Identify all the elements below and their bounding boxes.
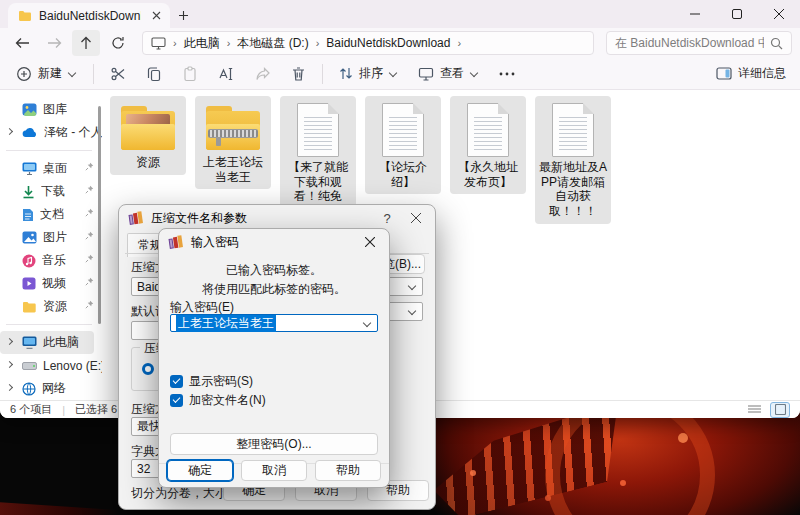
sidebar-item-ziyuan-folder[interactable]: 资源 xyxy=(0,295,102,318)
close-icon[interactable] xyxy=(359,233,381,251)
sort-arrows-icon xyxy=(339,66,353,81)
delete-button[interactable] xyxy=(287,63,310,85)
tab-close-icon[interactable] xyxy=(148,8,164,24)
checkbox-checked-icon xyxy=(170,375,183,388)
file-item-forum-intro[interactable]: 【论坛介绍】 xyxy=(365,96,441,194)
tab-bar: BaiduNetdiskDownload xyxy=(0,0,800,28)
breadcrumb-current-folder[interactable]: BaiduNetdiskDownload xyxy=(326,36,450,50)
this-pc-icon xyxy=(22,336,37,349)
details-view-toggle[interactable] xyxy=(744,402,764,418)
rename-button[interactable] xyxy=(214,63,239,85)
sort-button[interactable]: 排序 xyxy=(335,62,402,85)
help-button[interactable]: 帮助 xyxy=(315,460,381,481)
forward-button[interactable] xyxy=(40,30,68,56)
encrypt-names-checkbox[interactable]: 加密文件名(N) xyxy=(170,392,266,409)
address-bar[interactable]: › 此电脑 › 本地磁盘 (D:) › BaiduNetdiskDownload… xyxy=(142,31,594,55)
view-button-label: 查看 xyxy=(440,65,464,82)
back-button[interactable] xyxy=(8,30,36,56)
file-item-ziyuan[interactable]: 资源 xyxy=(110,96,186,175)
up-button[interactable] xyxy=(72,30,100,56)
sidebar-item-downloads[interactable]: 下载 xyxy=(0,180,102,203)
show-password-checkbox[interactable]: 显示密码(S) xyxy=(170,373,253,390)
status-divider: | xyxy=(62,404,65,416)
sidebar-item-label: 下载 xyxy=(41,183,65,200)
chevron-right-icon[interactable] xyxy=(7,385,13,391)
sidebar-item-gallery[interactable]: 图库 xyxy=(0,98,102,121)
file-item-permanent-address[interactable]: 【永久地址发布页】 xyxy=(450,96,526,194)
sidebar-item-desktop[interactable]: 桌面 xyxy=(0,157,102,180)
sidebar-item-label: 图片 xyxy=(43,229,67,246)
music-icon xyxy=(22,254,36,268)
password-dialog-titlebar[interactable]: 输入密码 xyxy=(159,229,389,253)
password-combobox[interactable]: 上老王论坛当老王 xyxy=(170,314,378,332)
text-document-icon xyxy=(467,103,509,157)
close-icon[interactable] xyxy=(405,209,427,227)
file-item-latest-address[interactable]: 最新地址及APP请发邮箱自动获取！！！ xyxy=(535,96,611,224)
this-pc-icon xyxy=(151,37,166,50)
sidebar-item-lenovo-drive[interactable]: Lenovo (E:) xyxy=(0,354,102,377)
new-button[interactable]: 新建 xyxy=(12,62,81,85)
checkbox-checked-icon xyxy=(170,394,183,407)
details-pane-button[interactable]: 详细信息 xyxy=(716,65,786,82)
plus-circle-icon xyxy=(16,66,32,82)
file-name: 【论坛介绍】 xyxy=(368,160,438,189)
sidebar-item-label: Lenovo (E:) xyxy=(43,359,102,373)
minimize-button[interactable] xyxy=(674,0,716,28)
sidebar-scrollbar[interactable] xyxy=(98,106,101,324)
breadcrumb-this-pc[interactable]: 此电脑 xyxy=(184,35,220,52)
sidebar-item-label: 泽铭 - 个人 xyxy=(44,124,102,141)
sidebar-item-documents[interactable]: 文档 xyxy=(0,203,102,226)
search-icon xyxy=(770,37,783,50)
chevron-down-icon[interactable] xyxy=(408,282,417,291)
sidebar-item-music[interactable]: 音乐 xyxy=(0,249,102,272)
pin-icon xyxy=(85,300,94,309)
sidebar-item-label: 桌面 xyxy=(43,160,67,177)
sidebar-item-onedrive[interactable]: 泽铭 - 个人 xyxy=(0,121,102,144)
chevron-down-icon[interactable] xyxy=(363,319,372,328)
copy-button[interactable] xyxy=(142,63,166,85)
icons-view-toggle[interactable] xyxy=(770,402,790,418)
chevron-right-icon[interactable] xyxy=(7,362,13,368)
search-box[interactable]: 在 BaiduNetdiskDownload 中搜索 xyxy=(606,31,792,55)
view-button[interactable]: 查看 xyxy=(414,62,483,85)
share-button[interactable] xyxy=(251,63,275,85)
chevron-right-icon[interactable] xyxy=(7,129,13,135)
toolbar-divider xyxy=(93,64,94,84)
chevron-down-icon xyxy=(389,69,398,78)
new-button-label: 新建 xyxy=(38,65,62,82)
folder-image-icon xyxy=(119,104,177,152)
chevron-right-icon[interactable] xyxy=(7,339,13,345)
cut-button[interactable] xyxy=(106,63,130,85)
pin-icon xyxy=(85,162,94,171)
file-item-zip[interactable]: 上老王论坛当老王 xyxy=(195,96,271,189)
winrar-icon xyxy=(168,235,184,249)
sidebar-divider xyxy=(6,150,92,151)
sidebar-item-label: 此电脑 xyxy=(43,334,79,351)
explorer-tab[interactable]: BaiduNetdiskDownload xyxy=(8,3,170,28)
gallery-icon xyxy=(22,103,37,116)
breadcrumb-drive-d[interactable]: 本地磁盘 (D:) xyxy=(237,35,308,52)
sidebar-item-pictures[interactable]: 图片 xyxy=(0,226,102,249)
paste-button[interactable] xyxy=(178,63,202,85)
maximize-button[interactable] xyxy=(716,0,758,28)
desktop-icon xyxy=(22,162,37,175)
sidebar-item-this-pc[interactable]: 此电脑 xyxy=(0,331,94,354)
pin-icon xyxy=(85,231,94,240)
chevron-down-icon[interactable] xyxy=(408,307,417,316)
archive-dialog-titlebar[interactable]: 压缩文件名和参数 ? xyxy=(119,205,435,229)
sidebar-item-network[interactable]: 网络 xyxy=(0,377,102,400)
new-tab-button[interactable] xyxy=(170,3,196,28)
help-icon[interactable]: ? xyxy=(376,209,398,227)
search-input[interactable]: 在 BaiduNetdiskDownload 中搜索 xyxy=(615,35,764,52)
radio-selected-icon xyxy=(142,363,154,375)
encrypt-names-label: 加密文件名(N) xyxy=(189,392,266,409)
sidebar-item-videos[interactable]: 视频 xyxy=(0,272,102,295)
text-document-icon xyxy=(297,103,339,157)
refresh-button[interactable] xyxy=(104,30,132,56)
cancel-button[interactable]: 取消 xyxy=(241,460,307,481)
details-pane-label: 详细信息 xyxy=(738,65,786,82)
close-button[interactable] xyxy=(758,0,800,28)
more-options-button[interactable] xyxy=(495,69,519,79)
organize-passwords-button[interactable]: 整理密码(O)... xyxy=(170,433,378,455)
ok-button[interactable]: 确定 xyxy=(167,460,233,481)
